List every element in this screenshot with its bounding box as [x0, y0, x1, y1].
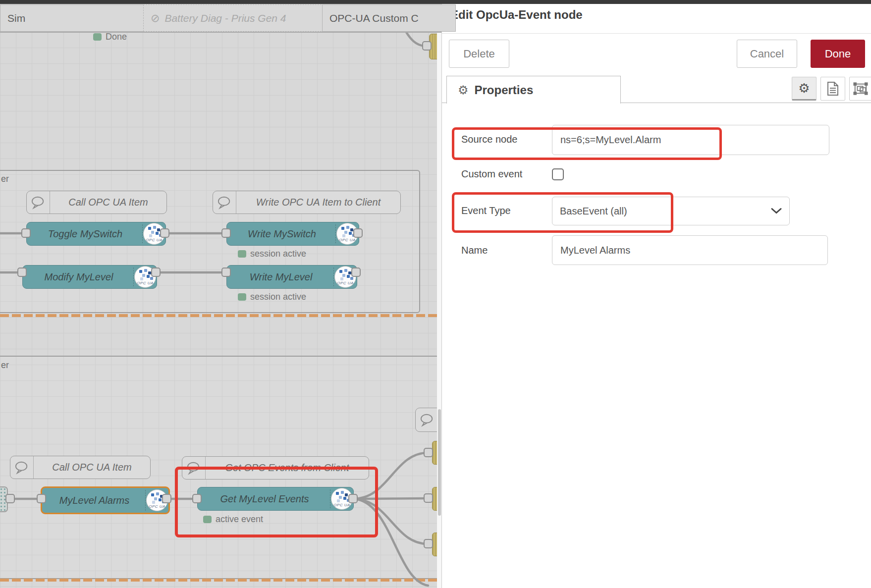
- name-label: Name: [461, 245, 488, 256]
- node-toggle-myswitch[interactable]: Toggle MySwitch OPC UA: [26, 222, 166, 246]
- status-text: active event: [216, 514, 263, 525]
- source-node-input[interactable]: [552, 125, 829, 155]
- name-input[interactable]: [552, 235, 828, 265]
- node-port[interactable]: [221, 228, 231, 238]
- node-label: Get MyLevel Events: [202, 493, 327, 505]
- event-type-label: Event Type: [461, 205, 511, 216]
- tab-opcua-custom-label: OPC-UA Custom C: [329, 12, 419, 24]
- node-status-active-event: active event: [203, 514, 263, 525]
- badge-separator: [133, 267, 134, 286]
- badge-separator: [142, 224, 143, 243]
- comment-label: Get OPC Events from Client: [206, 462, 369, 474]
- node-mylevel-alarms[interactable]: MyLevel Alarms OPC UA: [41, 486, 170, 514]
- comment-label: Write OPC UA Item to Client: [236, 197, 400, 208]
- node-port[interactable]: [151, 267, 161, 277]
- node-label: Toggle MySwitch: [31, 228, 140, 240]
- node-port[interactable]: [17, 267, 27, 277]
- node-port[interactable]: [160, 228, 169, 238]
- editor-header-bar: [0, 0, 871, 4]
- flow-canvas[interactable]: er er Done: [0, 32, 437, 588]
- cancel-label: Cancel: [750, 48, 784, 60]
- comment-label: Call OPC UA Item: [50, 197, 166, 208]
- badge-separator: [145, 490, 146, 511]
- status-dot: [238, 293, 246, 301]
- node-port[interactable]: [21, 228, 31, 238]
- canvas-scrollbar[interactable]: [437, 32, 441, 588]
- description-icon-button[interactable]: [820, 77, 845, 101]
- event-type-value: BaseEvent (all): [560, 206, 627, 217]
- disabled-icon: ⊘: [151, 12, 160, 25]
- workspace-tab-bar: Sim ⊘ Battery Diag - Prius Gen 4 OPC-UA …: [0, 4, 441, 33]
- done-button[interactable]: Done: [811, 40, 865, 68]
- node-port[interactable]: [424, 539, 433, 548]
- tab-battery-diag-label: Battery Diag - Prius Gen 4: [164, 12, 286, 24]
- properties-icon-button[interactable]: ⚙: [792, 77, 817, 101]
- comment-icon: [27, 191, 50, 214]
- cancel-button[interactable]: Cancel: [737, 40, 797, 68]
- node-modify-mylevel[interactable]: Modify MyLevel OPC UA: [22, 265, 157, 289]
- node-red-editor: Sim ⊘ Battery Diag - Prius Gen 4 OPC-UA …: [0, 0, 871, 588]
- comment-get-opc-events[interactable]: Get OPC Events from Client: [182, 456, 369, 480]
- node-status-session-active-1: session active: [238, 249, 306, 259]
- node-get-mylevel-events[interactable]: Get MyLevel Events OPC UA: [197, 487, 354, 511]
- node-port[interactable]: [37, 494, 46, 503]
- status-dot: [203, 516, 212, 523]
- scrollbar-thumb[interactable]: [438, 409, 441, 516]
- status-text: session active: [250, 249, 306, 259]
- source-node-label: Source node: [461, 134, 517, 145]
- status-dot: [238, 250, 246, 258]
- node-port[interactable]: [162, 494, 171, 503]
- edit-node-panel: Edit OpcUa-Event node Delete Cancel Done…: [441, 0, 871, 588]
- panel-title: Edit OpcUa-Event node: [450, 8, 583, 22]
- comment-label: Call OPC UA Item: [34, 462, 150, 473]
- custom-event-label: Custom event: [461, 168, 522, 180]
- status-text: session active: [250, 292, 306, 302]
- comment-write-opcua-item[interactable]: Write OPC UA Item to Client: [213, 191, 401, 214]
- node-port[interactable]: [422, 41, 432, 51]
- node-label: Modify MyLevel: [27, 271, 131, 283]
- node-label: Write MyLevel: [231, 271, 331, 283]
- node-label: Write MySwitch: [231, 228, 333, 240]
- node-port[interactable]: [424, 448, 433, 457]
- badge-separator: [335, 224, 336, 243]
- node-port[interactable]: [348, 494, 358, 503]
- tab-battery-diag[interactable]: ⊘ Battery Diag - Prius Gen 4: [143, 4, 331, 32]
- tab-properties-label: Properties: [475, 83, 534, 97]
- comment-icon: [182, 457, 206, 479]
- divider: [442, 33, 871, 34]
- node-status-session-active-2: session active: [238, 292, 306, 302]
- node-port[interactable]: [353, 228, 363, 238]
- node-port[interactable]: [192, 494, 202, 503]
- node-write-mylevel[interactable]: Write MyLevel OPC UA: [226, 265, 357, 289]
- status-dot: [93, 33, 102, 41]
- badge-separator: [330, 489, 330, 508]
- node-port[interactable]: [351, 267, 361, 277]
- node-port[interactable]: [221, 267, 231, 277]
- tab-sim-label: Sim: [7, 12, 25, 24]
- tab-sim[interactable]: Sim: [0, 4, 153, 32]
- event-type-select[interactable]: BaseEvent (all): [552, 197, 790, 225]
- delete-label: Delete: [463, 48, 495, 60]
- comment-call-opcua-item-top[interactable]: Call OPC UA Item: [26, 191, 167, 214]
- comment-icon: [213, 191, 236, 214]
- badge-separator: [333, 267, 334, 286]
- document-icon: [826, 81, 839, 96]
- chevron-down-icon: [770, 206, 782, 217]
- comment-call-opcua-item-bottom[interactable]: Call OPC UA Item: [10, 456, 151, 479]
- comment-icon: [416, 408, 437, 431]
- custom-event-checkbox[interactable]: [552, 168, 564, 180]
- status-text: Done: [106, 32, 127, 42]
- node-port[interactable]: [424, 493, 433, 503]
- comment-icon: [10, 456, 34, 479]
- clipped-comment-node[interactable]: [415, 408, 437, 432]
- tab-opcua-custom[interactable]: OPC-UA Custom C: [322, 4, 456, 32]
- gear-icon: ⚙: [798, 81, 810, 96]
- done-label: Done: [825, 48, 851, 60]
- appearance-icon: [853, 81, 868, 96]
- node-port[interactable]: [5, 494, 15, 503]
- tab-properties[interactable]: ⚙ Properties: [446, 76, 621, 104]
- gear-icon: ⚙: [458, 83, 469, 97]
- delete-button[interactable]: Delete: [449, 40, 509, 68]
- node-write-myswitch[interactable]: Write MySwitch OPC UA: [226, 222, 359, 246]
- appearance-icon-button[interactable]: [849, 77, 871, 101]
